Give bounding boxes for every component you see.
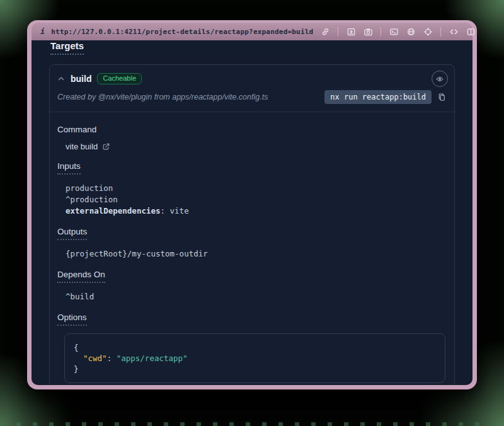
info-icon: i bbox=[40, 27, 45, 36]
input-item: production bbox=[66, 183, 447, 194]
toolbar-separator bbox=[381, 27, 381, 37]
eye-icon bbox=[436, 74, 444, 84]
depends-on-heading: Depends On bbox=[57, 270, 105, 283]
globe-button[interactable] bbox=[405, 26, 416, 37]
columns-icon bbox=[466, 27, 476, 37]
options-heading: Options bbox=[57, 313, 87, 326]
browser-window: i http://127.0.0.1:4211/project-details/… bbox=[27, 20, 477, 389]
terminal-icon bbox=[389, 27, 399, 37]
open-command-button[interactable] bbox=[102, 142, 110, 151]
json-colon: : bbox=[107, 354, 117, 363]
json-key: "cwd" bbox=[83, 354, 107, 363]
build-target-subheader: Created by @nx/vite/plugin from apps/rea… bbox=[50, 88, 454, 112]
clipboard-icon bbox=[437, 93, 447, 102]
cacheable-badge: Cacheable bbox=[97, 73, 142, 84]
link-icon bbox=[321, 27, 330, 37]
output-item: {projectRoot}/my-custom-outdir bbox=[66, 248, 447, 260]
terminal-button[interactable] bbox=[388, 26, 399, 37]
command-value: vite build bbox=[66, 142, 98, 151]
download-icon bbox=[346, 27, 356, 37]
outputs-heading: Outputs bbox=[57, 227, 87, 240]
inputs-heading: Inputs bbox=[57, 161, 81, 175]
browser-titlebar: i http://127.0.0.1:4211/project-details/… bbox=[32, 23, 472, 40]
camera-icon bbox=[364, 27, 373, 37]
background-texture bbox=[0, 422, 504, 426]
depends-on-item: ^build bbox=[66, 291, 447, 302]
chevron-up-icon[interactable] bbox=[57, 75, 65, 83]
copy-command-button[interactable] bbox=[437, 93, 447, 102]
json-close-brace: } bbox=[74, 364, 436, 374]
build-target-body: Command vite build Inputs production ^pr… bbox=[50, 112, 454, 385]
globe-icon bbox=[406, 27, 416, 37]
options-json-block: { "cwd": "apps/reactapp" } bbox=[64, 333, 445, 383]
input-item: ^production bbox=[66, 194, 447, 205]
json-open-brace: { bbox=[74, 342, 436, 353]
input-item: externalDependencies: vite bbox=[66, 205, 447, 217]
crosshair-icon bbox=[423, 27, 433, 37]
input-external-deps-key: externalDependencies bbox=[66, 206, 161, 216]
code-button[interactable] bbox=[448, 26, 459, 37]
targets-heading: Targets bbox=[50, 40, 84, 55]
download-button[interactable] bbox=[345, 26, 357, 37]
created-by-text: Created by @nx/vite/plugin from apps/rea… bbox=[57, 93, 268, 101]
build-target-header[interactable]: build Cacheable bbox=[50, 65, 454, 88]
external-link-icon bbox=[102, 142, 110, 151]
target-name: build bbox=[71, 74, 91, 84]
command-heading: Command bbox=[57, 125, 447, 134]
run-command-chip: nx run reactapp:build bbox=[324, 90, 432, 104]
target-button[interactable] bbox=[422, 26, 433, 37]
build-target-card: build Cacheable Created by @nx/vite/plug… bbox=[49, 64, 455, 385]
toolbar-separator bbox=[440, 27, 441, 37]
json-value: "apps/reactapp" bbox=[117, 354, 188, 363]
split-view-button[interactable] bbox=[465, 26, 476, 37]
json-cwd-line: "cwd": "apps/reactapp" bbox=[74, 353, 436, 364]
link-button[interactable] bbox=[319, 26, 331, 37]
code-icon bbox=[449, 27, 459, 37]
input-external-deps-value: : vite bbox=[161, 206, 189, 216]
screenshot-button[interactable] bbox=[362, 26, 374, 37]
url-bar[interactable]: http://127.0.0.1:4211/project-details/re… bbox=[51, 28, 313, 36]
toolbar-actions bbox=[319, 26, 476, 37]
view-target-button[interactable] bbox=[432, 71, 448, 87]
toolbar-separator bbox=[338, 27, 338, 37]
project-details-page: Targets build Cacheable Created by @nx/v… bbox=[32, 40, 472, 385]
